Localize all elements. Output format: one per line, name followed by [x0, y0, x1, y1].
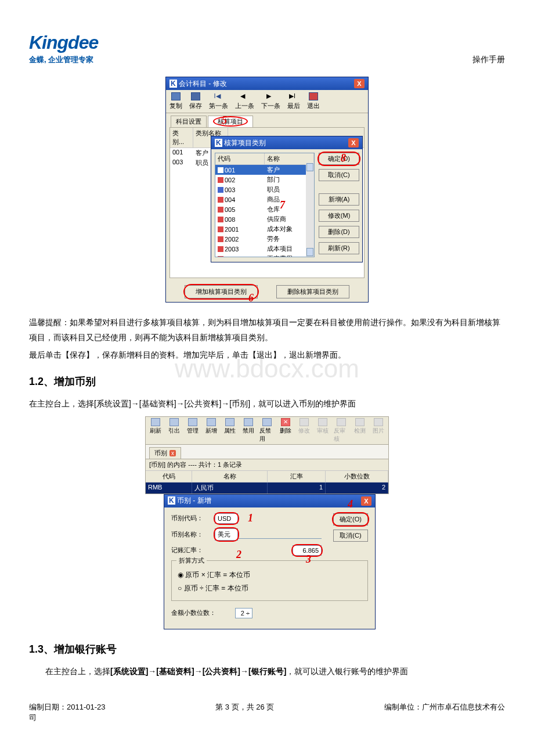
annotation-5: 5: [222, 114, 227, 127]
tab-currency[interactable]: 币别x: [149, 447, 181, 459]
annotation-4: 4: [348, 498, 353, 510]
delete-button[interactable]: 删除(D): [319, 226, 359, 238]
tab-subject-setting[interactable]: 科目设置: [171, 116, 207, 127]
tb-prev[interactable]: ◀上一条: [235, 92, 254, 110]
tab-accounting-item[interactable]: 核算项目: [208, 116, 253, 127]
paragraph: 温馨提醒：如果希望对科目进行多核算项目核算，则为科目增加核算项目一定要在科目被使…: [29, 315, 505, 345]
folder-icon: [218, 217, 223, 222]
list-item[interactable]: 2001成本对象: [215, 224, 314, 234]
footer-left: 编制日期：2011-01-23: [29, 702, 106, 712]
dialog-titlebar: K 币别 - 新增 X: [164, 495, 375, 507]
cell: 001: [170, 148, 193, 158]
hd-code: 代码: [146, 471, 192, 482]
annotation-6: 6: [248, 292, 254, 304]
close-icon[interactable]: X: [354, 79, 365, 88]
refresh-button[interactable]: 刷新(R): [319, 242, 359, 254]
heading-1-2: 1.2、增加币别: [29, 375, 505, 388]
category-list[interactable]: 代码 名称 001客户 002部门 003职员 004商品 005仓库 008供…: [215, 153, 315, 257]
accounting-category-dialog: K 核算项目类别 X 8 代码 名称 001客户 002部门 003职员: [211, 136, 363, 262]
tb-export[interactable]: 引出: [167, 418, 182, 443]
bottom-button-bar: 增加核算项目类别 删除核算项目类别 6: [166, 282, 368, 302]
annotation-3: 3: [306, 553, 311, 566]
paragraph: 在主控台上，选择[系统设置]→[基础资料]→[公共资料]→[银行账号]，就可以进…: [29, 664, 505, 679]
folder-icon: [218, 197, 223, 203]
close-tab-icon[interactable]: x: [169, 450, 176, 456]
ok-button[interactable]: 确定(O): [319, 153, 359, 165]
code-input[interactable]: USD: [215, 513, 238, 524]
tb-copy[interactable]: 复制: [169, 92, 182, 110]
hd-rate: 汇率: [268, 471, 326, 482]
annotation-1: 1: [248, 512, 253, 524]
page-footer: 编制日期：2011-01-23 第 3 页，共 26 页 编制单位：广州市卓石信…: [29, 702, 505, 712]
list-item[interactable]: 004商品: [215, 195, 314, 204]
scrollbar[interactable]: [306, 163, 314, 257]
tb-add[interactable]: 新增: [204, 418, 219, 443]
tb-manage[interactable]: 管理: [185, 418, 200, 443]
th-code: 类别...: [170, 128, 193, 147]
header-right-label: 操作手册: [472, 55, 505, 65]
accounting-subject-window: K 会计科目 - 修改 X 复制 保存 I◀第一条 ◀上一条 ▶下一条 ▶I最后…: [165, 77, 369, 303]
tab-row: 科目设置 核算项目 5: [166, 113, 368, 127]
tb-unforbid[interactable]: 反禁用: [259, 418, 275, 443]
radio-multiply[interactable]: ◉ 原币 × 汇率 = 本位币: [178, 570, 362, 580]
folder-icon: [218, 236, 223, 242]
list-item[interactable]: 008供应商: [215, 214, 314, 224]
label-code: 币别代码：: [171, 514, 215, 523]
spinner-icon[interactable]: ÷: [246, 610, 250, 617]
currency-window-region: 刷新 引出 管理 新增 属性 禁用 反禁用 ✕删除 修改 审核 反审核 检测 图…: [145, 416, 389, 629]
page-header: Kingdee 金蝶, 企业管理专家 操作手册: [29, 32, 505, 65]
list-item[interactable]: 2003成本项目: [215, 244, 314, 254]
cancel-button[interactable]: 取消(C): [319, 169, 359, 181]
folder-icon: [218, 246, 223, 252]
tb-refresh[interactable]: 刷新: [148, 418, 163, 443]
cell-dec: 2: [326, 483, 388, 494]
dialog-buttons: 确定(O) 取消(C) 新增(A) 修改(M) 删除(D) 刷新(R): [319, 153, 359, 258]
grid-header: 代码 名称 汇率 小数位数: [146, 471, 388, 483]
list-item[interactable]: 2002劳务: [215, 234, 314, 244]
grid-caption: [币别] 的内容 ---- 共计：1 条记录: [146, 459, 388, 471]
name-input[interactable]: 美元: [215, 528, 238, 541]
currency-grid: [币别] 的内容 ---- 共计：1 条记录 代码 名称 汇率 小数位数 RMB…: [145, 459, 389, 494]
footer-left-2: 司: [29, 712, 505, 723]
tb-prop[interactable]: 属性: [222, 418, 237, 443]
add-category-button[interactable]: 增加核算项目类别: [185, 285, 258, 298]
logo-text: Kingdee: [29, 32, 98, 53]
list-item[interactable]: 001客户: [215, 165, 314, 175]
tb-first[interactable]: I◀第一条: [209, 92, 228, 110]
footer-center: 第 3 页，共 26 页: [215, 702, 274, 712]
annotation-2: 2: [236, 549, 241, 561]
tb-unaudit: 反审核: [334, 418, 349, 443]
annotation-8: 8: [341, 152, 346, 164]
dec-stepper[interactable]: 2 ÷: [235, 608, 252, 618]
dialog-title: K 币别 - 新增: [168, 496, 211, 506]
tb-last[interactable]: ▶I最后: [287, 92, 300, 110]
folder-icon: [218, 256, 223, 258]
modify-button[interactable]: 修改(M): [319, 210, 359, 222]
tb-exit[interactable]: 退出: [307, 92, 320, 110]
label-name: 币别名称：: [171, 530, 215, 539]
radio-divide[interactable]: ○ 原币 ÷ 汇率 = 本位币: [178, 584, 362, 593]
folder-icon: [218, 187, 223, 193]
tb-del[interactable]: ✕删除: [278, 418, 293, 443]
window-titlebar: K 会计科目 - 修改 X: [166, 77, 368, 90]
cell-rate: 1: [268, 483, 326, 494]
del-category-button[interactable]: 删除核算项目类别: [276, 285, 349, 298]
folder-icon: [218, 207, 223, 213]
list-item[interactable]: 002部门: [215, 175, 314, 185]
dialog-title: K 核算项目类别: [215, 138, 266, 148]
add-button[interactable]: 新增(A): [319, 193, 359, 206]
cell-code: RMB: [146, 483, 192, 494]
logo: Kingdee 金蝶, 企业管理专家: [29, 32, 98, 65]
tb-forbid[interactable]: 禁用: [241, 418, 256, 443]
table-row[interactable]: RMB 人民币 1 2: [146, 483, 388, 494]
tb-mod: 修改: [297, 418, 312, 443]
folder-icon: [218, 167, 223, 173]
list-item[interactable]: 005仓库: [215, 204, 314, 214]
close-icon[interactable]: X: [348, 138, 359, 147]
toolbar: 刷新 引出 管理 新增 属性 禁用 反禁用 ✕删除 修改 审核 反审核 检测 图…: [145, 416, 389, 445]
close-icon[interactable]: X: [361, 496, 371, 506]
tb-next[interactable]: ▶下一条: [261, 92, 280, 110]
tb-save[interactable]: 保存: [189, 92, 202, 110]
list-item[interactable]: 2004要素费用: [215, 254, 314, 257]
list-item[interactable]: 003职员: [215, 185, 314, 195]
